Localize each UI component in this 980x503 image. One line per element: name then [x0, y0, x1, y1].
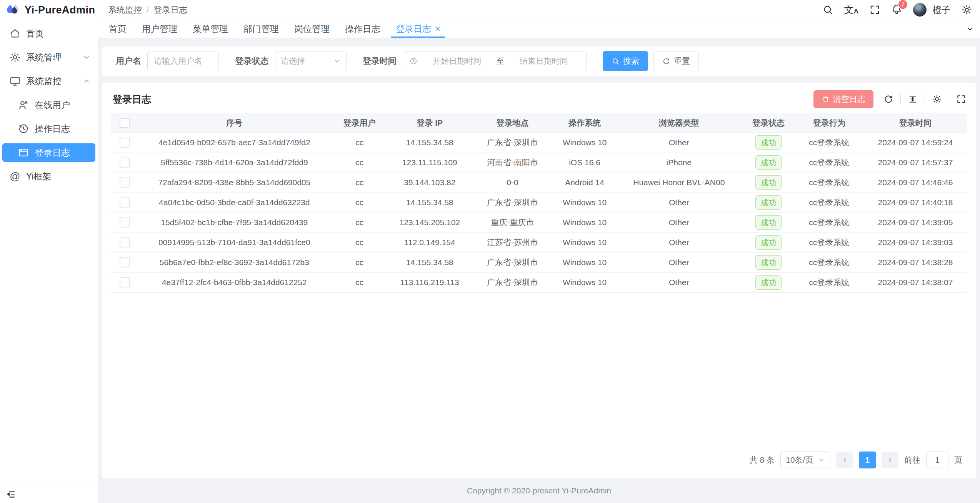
notification-badge: 7: [898, 0, 908, 10]
cell-os: iOS 16.6: [554, 153, 615, 173]
table-row: 56b6a7e0-fbb2-ef8c-3692-3a14dd6172b3cc14…: [111, 252, 967, 272]
clear-logs-button[interactable]: 清空日志: [813, 90, 873, 108]
cell-user: cc: [331, 173, 388, 193]
sidebar-item-5[interactable]: 操作日志: [0, 117, 98, 141]
cell-location: 广东省-深圳市: [471, 193, 554, 212]
end-date-placeholder: 结束日期时间: [508, 56, 580, 66]
tabs-menu-button[interactable]: [960, 20, 980, 38]
next-page-button[interactable]: [882, 452, 898, 468]
filter-username: 用户名: [116, 51, 219, 71]
tab-1[interactable]: 首页: [101, 20, 134, 38]
sidebar-item-4[interactable]: 在线用户: [0, 93, 98, 117]
cell-behavior: cc登录系统: [795, 193, 864, 212]
table-row: 4a04c1bc-0d50-3bde-ca0f-3a14dd63223dcc14…: [111, 193, 967, 212]
reset-button-label: 重置: [674, 56, 690, 66]
filter-status: 登录状态 请选择: [235, 51, 347, 71]
notifications-button[interactable]: 7: [891, 3, 902, 16]
avatar[interactable]: [913, 3, 927, 17]
table-row: 4e1d0549-b092-657b-aec7-3a14dd749fd2cc14…: [111, 133, 967, 153]
translate-icon[interactable]: 文A: [844, 5, 858, 15]
collapse-sidebar-icon[interactable]: [5, 489, 16, 500]
search-icon[interactable]: [822, 4, 833, 15]
tab-4[interactable]: 部门管理: [236, 20, 287, 38]
cell-id: 5ff5536c-738b-4d14-620a-3a14dd72fdd9: [138, 153, 330, 173]
sidebar-item-3[interactable]: 系统监控: [0, 69, 98, 93]
cell-checkbox: [111, 212, 138, 232]
sidebar-item-label: 系统管理: [26, 51, 82, 63]
history-icon: [18, 123, 29, 134]
row-checkbox[interactable]: [120, 178, 130, 188]
prev-page-button[interactable]: [836, 452, 853, 468]
daterange-picker[interactable]: 开始日期时间 至 结束日期时间: [403, 51, 587, 71]
refresh-icon: [662, 57, 670, 65]
gear-icon[interactable]: [932, 94, 942, 104]
username-input[interactable]: [147, 51, 219, 71]
row-checkbox[interactable]: [120, 277, 130, 287]
trash-icon: [822, 95, 830, 103]
cell-ip: 14.155.34.58: [388, 252, 471, 272]
clock-icon: [409, 57, 418, 65]
status-badge: 成功: [755, 175, 782, 190]
filter-time: 登录时间 开始日期时间 至 结束日期时间: [363, 51, 587, 71]
row-checkbox[interactable]: [120, 237, 130, 247]
pagination: 共 8 条 10条/页 1 前往 页: [102, 452, 976, 478]
cell-ip: 113.116.219.113: [388, 272, 471, 292]
breadcrumb-parent[interactable]: 系统监控: [108, 4, 142, 16]
online-user-icon: [18, 99, 29, 111]
page-size-select[interactable]: 10条/页: [780, 452, 830, 468]
cell-os: Windows 10: [554, 232, 615, 252]
cell-browser: Other: [615, 133, 742, 153]
cell-checkbox: [111, 173, 138, 193]
log-card-header: 登录日志 清空日志: [102, 83, 976, 113]
page-button-1[interactable]: 1: [859, 452, 876, 468]
sidebar-item-7[interactable]: @Yi框架: [0, 164, 98, 188]
sidebar-item-6[interactable]: 登录日志: [2, 143, 95, 162]
cell-id: 4e37ff12-2fc4-b463-0fbb-3a14dd612252: [138, 272, 330, 292]
density-icon[interactable]: [908, 94, 918, 104]
row-checkbox[interactable]: [120, 158, 130, 168]
tab-3[interactable]: 菜单管理: [185, 20, 236, 38]
reset-button[interactable]: 重置: [653, 51, 699, 71]
cell-location: 广东省-深圳市: [471, 252, 554, 272]
toolbar-divider: [925, 94, 925, 104]
table-row: 15d5f402-bc1b-cfbe-7f95-3a14dd620439cc12…: [111, 212, 967, 232]
select-all-checkbox[interactable]: [120, 118, 130, 128]
tab-5[interactable]: 岗位管理: [287, 20, 337, 38]
cell-time: 2024-09-07 14:46:46: [864, 173, 967, 193]
fullscreen-icon[interactable]: [956, 94, 966, 104]
username[interactable]: 橙子: [933, 4, 950, 16]
page-footer: Copyright © 2020-present Yi-PureAdmin: [102, 478, 976, 503]
column-header-5: 操作系统: [554, 113, 615, 133]
gear-icon[interactable]: [961, 4, 972, 15]
tab-label: 岗位管理: [294, 23, 330, 35]
cell-browser: Other: [615, 193, 742, 212]
cell-status: 成功: [742, 272, 794, 292]
refresh-icon[interactable]: [883, 94, 893, 104]
fullscreen-icon[interactable]: [869, 4, 880, 15]
cell-browser: Other: [615, 272, 742, 292]
toolbar-divider: [949, 94, 949, 104]
logo[interactable]: Yi-PureAdmin: [0, 0, 98, 20]
tab-close-icon[interactable]: ×: [435, 24, 440, 33]
row-checkbox[interactable]: [120, 198, 130, 208]
cell-checkbox: [111, 133, 138, 153]
row-checkbox[interactable]: [120, 138, 130, 148]
sidebar-item-1[interactable]: 首页: [0, 22, 98, 45]
tab-6[interactable]: 操作日志: [337, 20, 388, 38]
sidebar-item-2[interactable]: 系统管理: [0, 45, 98, 69]
search-button[interactable]: 搜索: [603, 51, 648, 71]
cell-ip: 14.155.34.58: [388, 193, 471, 212]
tab-2[interactable]: 用户管理: [134, 20, 185, 38]
cell-behavior: cc登录系统: [795, 232, 864, 252]
sidebar-footer: [0, 485, 98, 503]
goto-page-input[interactable]: [926, 452, 948, 468]
log-card-title: 登录日志: [113, 93, 151, 106]
cell-user: cc: [331, 153, 388, 173]
goto-label: 前往: [904, 455, 920, 465]
status-select[interactable]: 请选择: [275, 51, 347, 71]
row-checkbox[interactable]: [120, 257, 130, 267]
row-checkbox[interactable]: [120, 217, 130, 227]
cell-browser: Huawei Honor BVL-AN00: [615, 173, 742, 193]
cell-user: cc: [331, 232, 388, 252]
tab-7[interactable]: 登录日志×: [388, 20, 448, 38]
